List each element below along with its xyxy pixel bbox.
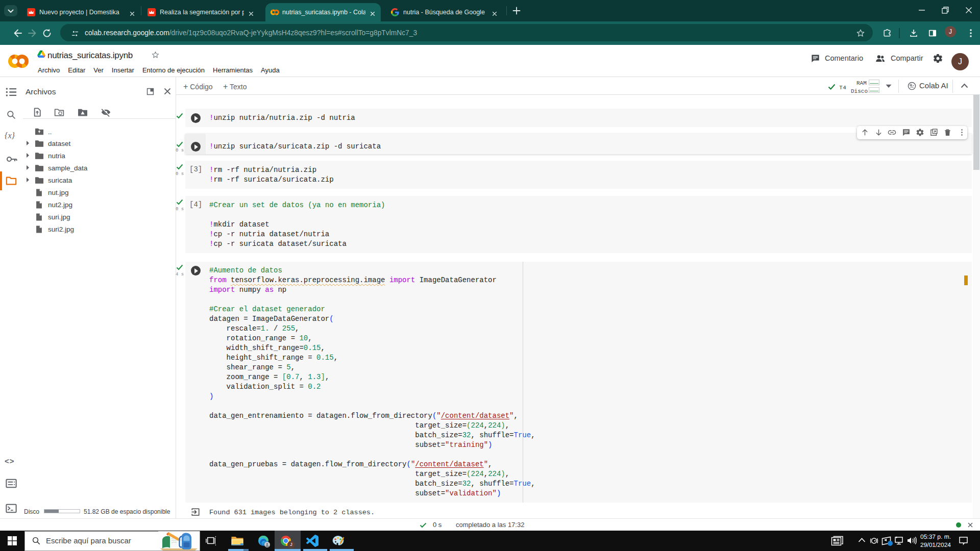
svg-text:05:37 p. m.: 05:37 p. m. [920,533,951,540]
svg-text:29/01/2024: 29/01/2024 [920,541,951,548]
